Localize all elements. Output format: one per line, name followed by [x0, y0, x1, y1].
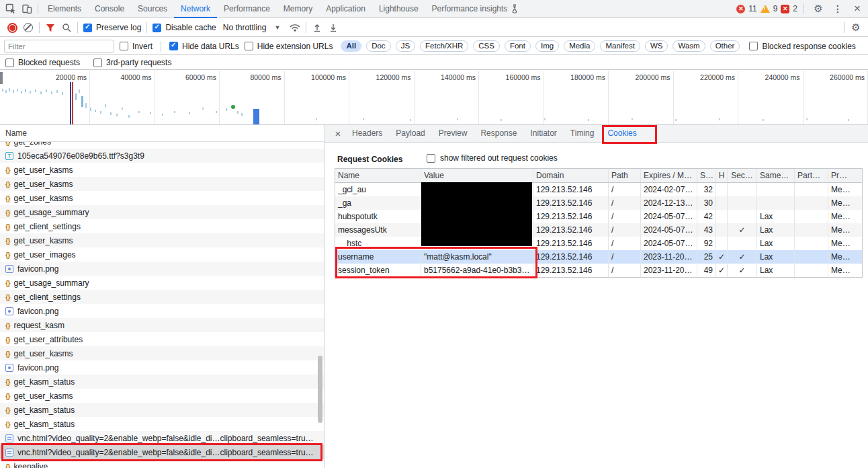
filter-input[interactable]: [4, 40, 114, 53]
filter-pill-js[interactable]: JS: [396, 40, 415, 52]
blocked-response-cookies-checkbox[interactable]: Blocked response cookies: [749, 42, 855, 51]
more-menu-icon[interactable]: ⋮: [830, 1, 846, 17]
warning-badge-icon[interactable]: [761, 5, 770, 13]
request-row-get-client-settings[interactable]: {}get_client_settings: [0, 290, 324, 304]
settings-gear-icon[interactable]: ⚙: [810, 1, 826, 17]
cookie-row-gcl-au[interactable]: _gcl_au129.213.52.146/2024-02-07…32Me…: [335, 183, 862, 196]
filter-pill-media[interactable]: Media: [564, 40, 595, 52]
cookie-col-priority[interactable]: Pr…: [828, 169, 863, 182]
filter-pill-other[interactable]: Other: [710, 40, 740, 52]
request-row-get-user-kasms[interactable]: {}get_user_kasms: [0, 346, 324, 360]
third-party-requests-checkbox[interactable]: 3rd-party requests: [93, 58, 171, 67]
filter-pill-manifest[interactable]: Manifest: [600, 40, 640, 52]
details-tab-payload[interactable]: Payload: [389, 125, 431, 142]
filter-pill-img[interactable]: Img: [535, 40, 559, 52]
network-conditions-icon[interactable]: [287, 20, 303, 36]
hide-extension-urls-checkbox[interactable]: Hide extension URLs: [245, 42, 333, 51]
request-list-scrollbar[interactable]: [318, 142, 323, 468]
request-row-get-usage-summary[interactable]: {}get_usage_summary: [0, 205, 324, 219]
tab-performance[interactable]: Performance: [217, 0, 277, 18]
request-row-get-user-kasms[interactable]: {}get_user_kasms: [0, 177, 324, 191]
filter-pill-doc[interactable]: Doc: [366, 40, 390, 52]
filter-pill-wasm[interactable]: Wasm: [672, 40, 705, 52]
issues-badge-icon[interactable]: ✕: [781, 5, 789, 13]
filter-funnel-icon[interactable]: [42, 20, 58, 36]
tab-memory[interactable]: Memory: [277, 0, 319, 18]
details-tab-cookies[interactable]: Cookies: [601, 125, 643, 142]
request-row-keepalive[interactable]: {}keepalive: [0, 459, 324, 468]
request-row-get-kasm-status[interactable]: {}get_kasm_status: [0, 375, 324, 389]
cookie-col-name[interactable]: Name: [335, 169, 421, 182]
export-har-icon[interactable]: [325, 20, 341, 36]
filter-pill-all[interactable]: All: [341, 40, 361, 52]
inspect-icon[interactable]: [3, 1, 19, 17]
request-row-vnc-html-video-quality-2-enabl[interactable]: vnc.html?video_quality=2&enable_webp=fal…: [0, 431, 324, 445]
tab-console[interactable]: Console: [88, 0, 131, 18]
request-row-favicon-png[interactable]: favicon.png: [0, 304, 324, 318]
close-details-icon[interactable]: ×: [331, 126, 345, 141]
request-row-get-user-kasms[interactable]: {}get_user_kasms: [0, 233, 324, 247]
request-row-get-client-settings[interactable]: {}get_client_settings: [0, 219, 324, 233]
network-overview-timeline[interactable]: 20000 ms40000 ms60000 ms80000 ms100000 m…: [0, 71, 868, 125]
error-count[interactable]: 11: [748, 4, 756, 13]
record-network-log-icon[interactable]: [4, 20, 20, 36]
filter-pill-fetch-xhr[interactable]: Fetch/XHR: [420, 40, 468, 52]
cookie-row-messagesutk[interactable]: messagesUtk129.213.52.146/2024-05-07…43✓…: [335, 223, 862, 237]
timeline-drag-handle[interactable]: [0, 72, 3, 84]
tab-sources[interactable]: Sources: [131, 0, 174, 18]
request-row-get-kasm-status[interactable]: {}get_kasm_status: [0, 417, 324, 431]
hide-data-urls-checkbox[interactable]: Hide data URLs: [169, 42, 239, 51]
disable-cache-checkbox[interactable]: Disable cache: [153, 23, 216, 32]
details-tab-headers[interactable]: Headers: [345, 125, 389, 142]
tab-network[interactable]: Network: [174, 0, 217, 18]
cookie-col-size[interactable]: S…: [697, 169, 716, 182]
name-column-header[interactable]: Name: [0, 125, 324, 142]
clear-network-log-icon[interactable]: [20, 20, 36, 36]
cookie-row-hubspotutk[interactable]: hubspotutk129.213.52.146/2024-05-07…42La…: [335, 210, 862, 223]
invert-checkbox[interactable]: Invert: [120, 42, 153, 51]
details-tab-initiator[interactable]: Initiator: [523, 125, 563, 142]
throttling-select[interactable]: No throttling ▼: [223, 23, 281, 32]
close-devtools-icon[interactable]: ×: [849, 1, 865, 17]
filter-pill-ws[interactable]: WS: [645, 40, 668, 52]
issues-count[interactable]: 2: [793, 4, 797, 13]
cookie-col-path[interactable]: Path: [609, 169, 641, 182]
cookie-row-hstc[interactable]: __hstc129.213.52.146/2024-05-07…92LaxMe…: [335, 237, 862, 250]
tab-lighthouse[interactable]: Lighthouse: [372, 0, 425, 18]
cookie-col-httponly[interactable]: H: [716, 169, 728, 182]
request-row-get-kasm-status[interactable]: {}get_kasm_status: [0, 403, 324, 417]
request-row-get-user-kasms[interactable]: {}get_user_kasms: [0, 389, 324, 403]
cookie-col-secure[interactable]: Sec…: [728, 169, 757, 182]
search-icon[interactable]: [58, 20, 75, 36]
filter-pill-css[interactable]: CSS: [473, 40, 500, 52]
cookie-row-session-token[interactable]: session_tokenb5175662-a9ad-41e0-b3b3-…12…: [335, 264, 862, 277]
details-tab-timing[interactable]: Timing: [564, 125, 601, 142]
scrollbar-thumb[interactable]: [318, 356, 322, 423]
cookie-col-domain[interactable]: Domain: [533, 169, 609, 182]
cookie-col-samesite[interactable]: Same…: [757, 169, 795, 182]
cookie-col-value[interactable]: Value: [421, 169, 533, 182]
import-har-icon[interactable]: [309, 20, 325, 36]
filter-pill-font[interactable]: Font: [505, 40, 531, 52]
cookie-col-partition[interactable]: Part…: [795, 169, 828, 182]
request-row-get-user-images[interactable]: {}get_user_images: [0, 247, 324, 262]
request-row-favicon-png[interactable]: favicon.png: [0, 360, 324, 375]
cookie-row-username[interactable]: username"matt@kasm.local"129.213.52.146/…: [335, 250, 862, 264]
warning-count[interactable]: 9: [773, 4, 778, 13]
blocked-requests-checkbox[interactable]: Blocked requests: [5, 58, 80, 67]
network-settings-gear-icon[interactable]: ⚙: [848, 20, 864, 36]
request-row-get-user-kasms[interactable]: {}get_user_kasms: [0, 191, 324, 205]
tab-elements[interactable]: Elements: [41, 0, 88, 18]
cookie-row-ga[interactable]: _ga129.213.52.146/2024-12-13…30Me…: [335, 196, 862, 210]
tab-performance-insights[interactable]: Performance insights: [425, 0, 526, 18]
preserve-log-checkbox[interactable]: Preserve log: [83, 23, 141, 32]
cookie-col-expires[interactable]: Expires / M…: [641, 169, 697, 182]
request-row-vnc-html-video-quality-2-enabl[interactable]: vnc.html?video_quality=2&enable_webp=fal…: [0, 445, 324, 459]
show-filtered-cookies-checkbox[interactable]: show filtered out request cookies: [427, 153, 558, 163]
toggle-device-toolbar-icon[interactable]: [19, 1, 35, 17]
request-row-get-user-attributes[interactable]: {}get_user_attributes: [0, 332, 324, 346]
details-tab-response[interactable]: Response: [474, 125, 523, 142]
request-row-get-usage-summary[interactable]: {}get_usage_summary: [0, 276, 324, 290]
request-row-105eca549076e08e9b65-ttf-s3g3t[interactable]: T105eca549076e08e9b65.ttf?s3g3t9: [0, 149, 324, 163]
request-row-get-user-kasms[interactable]: {}get_user_kasms: [0, 163, 324, 177]
